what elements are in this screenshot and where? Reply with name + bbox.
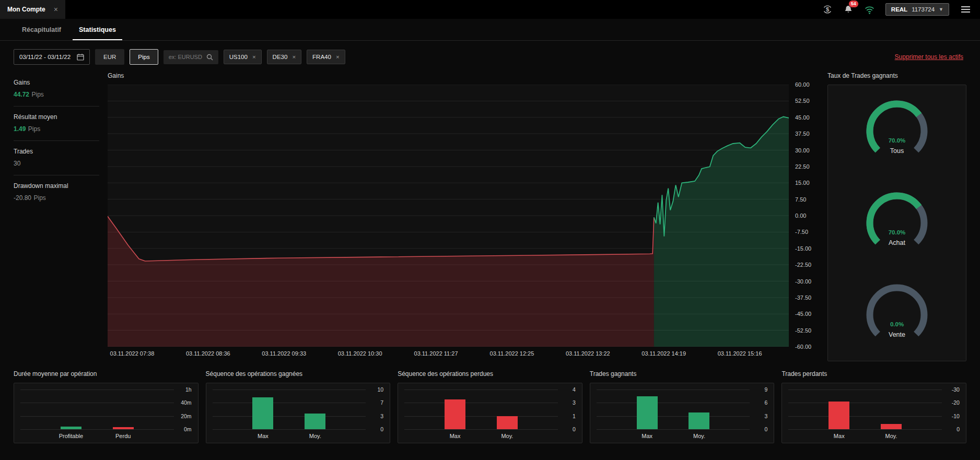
chip-remove-icon[interactable]: × [292, 54, 296, 60]
bar-moy[interactable] [689, 412, 709, 429]
y-axis-tick: 0m [184, 426, 192, 432]
filters-toolbar: 03/11/22 - 03/11/22 EUR Pips US100 × DE3… [0, 41, 980, 69]
bar-max[interactable] [829, 402, 849, 429]
gridline [597, 390, 750, 390]
gains-chart-plot[interactable] [108, 85, 789, 347]
bar-label-max: Max [258, 433, 269, 439]
stat-label: Trades [14, 148, 99, 155]
asset-chip-fra40[interactable]: FRA40 × [307, 50, 345, 64]
y-axis-tick: 9 [765, 386, 768, 393]
account-selector[interactable]: REAL 1173724 ▼ [885, 3, 949, 16]
bar-moy[interactable] [305, 414, 325, 429]
asset-chip-us100[interactable]: US100 × [224, 50, 262, 64]
stat-label: Résultat moyen [14, 113, 99, 121]
trading-app-window: Mon Compte × $ 54 [0, 0, 980, 460]
gridline [788, 429, 942, 430]
bar-moy[interactable] [497, 416, 518, 429]
x-axis-tick: 03.11.2022 09:33 [262, 350, 306, 357]
y-axis-tick: -15.00 [795, 245, 811, 252]
account-number: 1173724 [912, 6, 935, 13]
unit-toggle-button[interactable]: Pips [130, 49, 158, 65]
duration-chart[interactable]: ProfitablePerdu1h40m20m0m [14, 383, 199, 443]
symbol-search-input[interactable] [169, 54, 203, 60]
y-axis-tick: 3 [765, 413, 768, 419]
y-axis-tick: -20 [952, 399, 960, 406]
x-axis-tick: 03.11.2022 12:25 [490, 350, 534, 357]
y-axis-tick: 0 [956, 426, 960, 432]
svg-text:70.0%: 70.0% [889, 137, 906, 144]
stat-unit: Pips [33, 194, 45, 202]
y-axis-tick: -22.50 [795, 262, 811, 268]
y-axis-tick: -10 [952, 413, 960, 419]
chip-remove-icon[interactable]: × [252, 54, 256, 60]
tab-recapitulatif[interactable]: Récapitulatif [16, 19, 67, 40]
bar-max[interactable] [252, 397, 273, 429]
gridline [213, 416, 366, 417]
bar-max[interactable] [637, 396, 658, 429]
losing-trades-panel: Trades perdants MaxMoy.-30-20-100 [781, 370, 966, 443]
tab-close-icon[interactable]: × [54, 5, 58, 14]
win-streak-chart[interactable]: MaxMoy.10730 [206, 383, 391, 443]
bar-label-profitable: Profitable [59, 433, 83, 439]
stat-resultat-moyen: Résultat moyen 1.49 Pips [14, 107, 99, 141]
gridline [213, 390, 366, 390]
gains-area-chart[interactable]: 03.11.2022 07:3803.11.2022 08:3603.11.20… [108, 85, 819, 362]
winning-trades-chart[interactable]: MaxMoy.9630 [590, 383, 775, 443]
stat-unit: Pips [28, 125, 40, 133]
notifications-bell-icon[interactable]: 54 [843, 4, 854, 15]
y-axis-tick: 20m [181, 413, 191, 419]
bar-perdu[interactable] [113, 427, 134, 429]
losing-trades-chart-title: Trades perdants [781, 370, 966, 378]
gridline [597, 403, 750, 403]
gridline [404, 429, 558, 430]
x-axis-labels: 03.11.2022 07:3803.11.2022 08:3603.11.20… [108, 350, 789, 362]
y-axis-tick: 1h [185, 386, 192, 393]
chip-label: DE30 [273, 54, 288, 60]
symbol-search[interactable] [164, 50, 218, 64]
win-streak-panel: Séquence des opérations gagnées MaxMoy.1… [206, 370, 391, 443]
y-axis-tick: 60.00 [795, 81, 810, 88]
asset-chip-de30[interactable]: DE30 × [267, 50, 302, 64]
bar-max[interactable] [445, 399, 465, 429]
bar-label-moy: Moy. [693, 433, 705, 439]
stat-value: 1.49 [14, 125, 26, 133]
y-axis-tick: -45.00 [795, 311, 811, 317]
topbar-right-cluster: $ 54 REAL [822, 3, 980, 16]
y-axis-tick: 7 [380, 399, 383, 406]
remove-all-assets-link[interactable]: Supprimer tous les actifs [895, 53, 963, 61]
tab-statistiques[interactable]: Statistiques [73, 19, 122, 40]
gridline [404, 403, 558, 403]
y-axis-tick: 52.50 [795, 98, 810, 104]
y-axis-tick: 0 [765, 426, 768, 432]
x-axis-tick: 03.11.2022 13:22 [566, 350, 610, 357]
y-axis-tick: 3 [573, 399, 576, 406]
account-tab[interactable]: Mon Compte × [0, 0, 65, 19]
currency-toggle-button[interactable]: EUR [95, 49, 124, 65]
x-axis-tick: 03.11.2022 10:30 [338, 350, 382, 357]
y-axis-tick: -30 [952, 386, 960, 393]
gridline [788, 390, 942, 390]
payments-icon[interactable]: $ [822, 4, 833, 15]
loss-streak-chart[interactable]: MaxMoy.4310 [398, 383, 582, 443]
menu-icon[interactable] [960, 5, 972, 14]
bar-label-max: Max [641, 433, 652, 439]
date-range-picker[interactable]: 03/11/22 - 03/11/22 [14, 49, 90, 65]
winning-trades-panel: Trades gagnants MaxMoy.9630 [590, 370, 775, 443]
y-axis-tick: 45.00 [795, 114, 810, 121]
y-axis-tick: -37.50 [795, 294, 811, 301]
y-axis-tick: 3 [380, 413, 383, 419]
loss-streak-chart-title: Séquence des opérations perdues [398, 370, 582, 378]
bar-profitable[interactable] [61, 427, 81, 429]
gains-chart-title: Gains [108, 72, 819, 79]
gauge-achat: 70.0%Achat [853, 187, 941, 258]
win-streak-chart-title: Séquence des opérations gagnées [206, 370, 391, 378]
stat-gains: Gains 44.72 Pips [14, 72, 99, 107]
losing-trades-chart[interactable]: MaxMoy.-30-20-100 [781, 383, 966, 443]
y-axis-tick: 4 [573, 386, 576, 393]
chip-label: US100 [229, 54, 248, 60]
winning-trades-chart-title: Trades gagnants [590, 370, 775, 378]
notifications-badge: 54 [848, 0, 859, 8]
bar-moy[interactable] [881, 424, 902, 429]
chip-remove-icon[interactable]: × [336, 54, 340, 60]
gridline [788, 416, 942, 417]
